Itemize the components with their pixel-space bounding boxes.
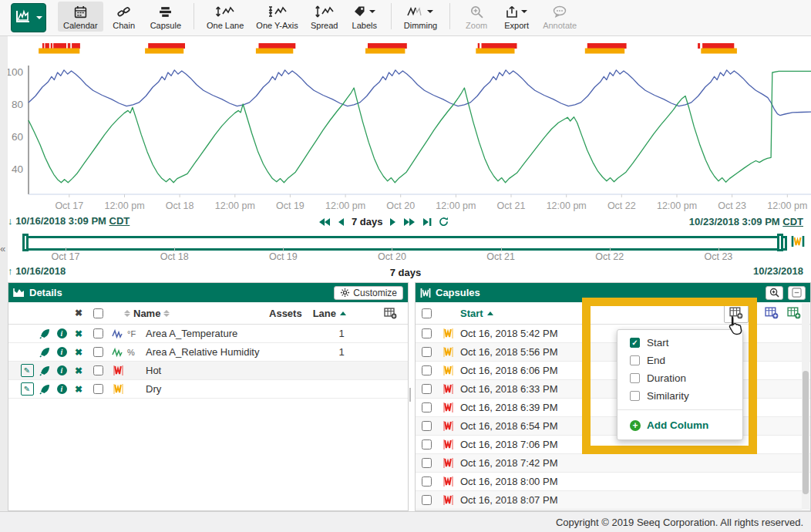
toolbar-one-lane-button[interactable]: One Lane [201,2,249,32]
step-forward-button[interactable] [389,217,396,227]
trend-chart[interactable]: 100806040Oct 1712:00 pmOct 1812:00 pmOct… [8,36,811,215]
toolbar-dimming-button[interactable]: Dimming [399,2,443,32]
toolbar-labels-button[interactable]: Labels [345,2,384,32]
sort-name-icon[interactable] [163,310,170,317]
customize-button[interactable]: Customize [334,286,403,300]
details-row-hot[interactable]: ✎i✖Hot [8,362,408,380]
column-select-menu: ✓StartEndDurationSimilarity + Add Column [617,329,743,440]
remove-icon[interactable]: ✖ [70,347,87,358]
capsule-timeline-icon[interactable] [791,234,805,251]
column-header-assets[interactable]: Assets [269,308,302,319]
asset-swap-icon[interactable] [36,365,53,376]
info-icon[interactable]: i [57,384,67,394]
add-column-icon[interactable] [384,308,397,319]
timeline-left-handle[interactable] [22,234,29,251]
column-header-name[interactable]: Name [133,308,160,319]
scrollbar-thumb[interactable] [803,371,809,494]
capsule-row[interactable]: Oct 16, 2018 6:33 PM [416,380,810,399]
row-checkbox[interactable] [93,384,103,394]
capsule-checkbox[interactable] [422,421,432,431]
timeline-track[interactable] [25,236,787,251]
row-checkbox[interactable] [93,347,103,357]
item-name[interactable]: Area A_Temperature [146,328,288,339]
remove-icon[interactable]: ✖ [70,384,87,395]
toolbar-capsule-button[interactable]: Capsule [145,2,187,32]
capsule-checkbox[interactable] [422,476,432,487]
refresh-icon[interactable] [439,217,449,227]
capsule-row[interactable]: Oct 16, 2018 6:39 PM [416,399,810,417]
choose-columns-button[interactable] [724,304,749,323]
duration-button[interactable]: 7 days [352,216,382,227]
trend-view-button[interactable] [11,3,46,32]
capsule-row[interactable]: Oct 16, 2018 7:42 PM [416,454,810,473]
edit-icon[interactable]: ✎ [21,364,34,377]
item-name[interactable]: Area A_Relative Humidity [146,346,288,358]
toolbar-calendar-button[interactable]: Calendar [58,2,103,32]
toolbar-spread-button[interactable]: Spread [305,2,344,32]
timezone-link[interactable]: CDT [109,215,130,227]
capsule-checkbox[interactable] [422,458,432,468]
add-stat-column-icon[interactable] [765,307,779,319]
collapse-panel-button[interactable] [788,286,806,300]
capsule-row[interactable]: Oct 16, 2018 5:42 PM [416,325,810,343]
range-nav: 7 days [318,216,449,227]
menu-item-start[interactable]: ✓Start [618,334,742,352]
capsule-checkbox[interactable] [422,384,432,394]
capsule-row[interactable]: Oct 16, 2018 6:54 PM [416,417,810,436]
asset-swap-icon[interactable] [36,328,53,339]
capsule-checkbox[interactable] [422,495,432,505]
remove-all-icon[interactable]: ✖ [70,308,87,318]
capsule-start-time: Oct 16, 2018 8:07 PM [460,494,557,506]
menu-item-duration[interactable]: Duration [618,369,742,387]
capsule-checkbox[interactable] [422,402,432,412]
row-checkbox[interactable] [93,365,103,375]
capsule-checkbox[interactable] [422,365,432,375]
capsule-row[interactable]: Oct 16, 2018 6:06 PM [416,362,810,380]
toolbar-chain-button[interactable]: Chain [105,2,143,32]
column-header-lane[interactable]: Lane [313,308,336,319]
column-header-start[interactable]: Start [460,308,483,319]
item-name[interactable]: Hot [146,365,288,376]
add-column-menu-item[interactable]: + Add Column [618,415,742,436]
info-icon[interactable]: i [57,365,67,375]
menu-item-end[interactable]: End [618,352,742,369]
display-range-row: ↓ 10/16/2018 3:09 PM CDT 7 days 10/23/20… [8,215,803,234]
step-forward-fast-button[interactable] [403,217,416,227]
sort-color-icon[interactable] [124,310,130,317]
menu-item-similarity[interactable]: Similarity [618,387,742,405]
series-area-a-relative-humidity [29,71,811,182]
capsule-icon [443,420,460,432]
capsule-row[interactable]: Oct 16, 2018 5:56 PM [416,343,810,362]
timezone-link-end[interactable]: CDT [782,216,803,227]
select-all-capsules-checkbox[interactable] [422,308,432,318]
remove-icon[interactable]: ✖ [70,328,87,339]
info-icon[interactable]: i [57,347,67,357]
toolbar-one-y-axis-button[interactable]: One Y-Axis [251,2,303,32]
zoom-to-capsule-button[interactable] [766,286,783,300]
details-row-area-a-relative-humidity[interactable]: i✖%Area A_Relative Humidity1 [8,343,408,362]
details-row-area-a-temperature[interactable]: i✖°FArea A_Temperature1 [8,325,408,343]
step-back-fast-button[interactable] [318,217,331,227]
scrollbar[interactable] [802,303,809,510]
asset-swap-icon[interactable] [36,347,53,358]
details-row-dry[interactable]: ✎i✖Dry [8,380,408,399]
remove-icon[interactable]: ✖ [70,365,87,376]
asset-swap-icon[interactable] [36,384,53,395]
select-all-checkbox[interactable] [93,308,103,318]
item-name[interactable]: Dry [146,383,288,395]
info-icon[interactable]: i [57,328,67,338]
step-back-button[interactable] [338,217,345,227]
timeline-right-handle[interactable] [777,234,783,251]
svg-text:12:00 pm: 12:00 pm [325,200,365,211]
add-property-column-icon[interactable] [787,307,801,319]
step-to-end-button[interactable] [422,217,432,227]
capsule-checkbox[interactable] [422,347,432,357]
capsule-checkbox[interactable] [422,328,432,338]
toolbar-export-button[interactable]: Export [497,2,536,32]
capsule-row[interactable]: Oct 16, 2018 7:06 PM [416,436,810,454]
capsule-row[interactable]: Oct 16, 2018 8:07 PM [416,491,810,510]
capsule-row[interactable]: Oct 16, 2018 8:00 PM [416,473,810,491]
row-checkbox[interactable] [93,328,103,338]
edit-icon[interactable]: ✎ [21,382,34,396]
capsule-checkbox[interactable] [422,439,432,450]
